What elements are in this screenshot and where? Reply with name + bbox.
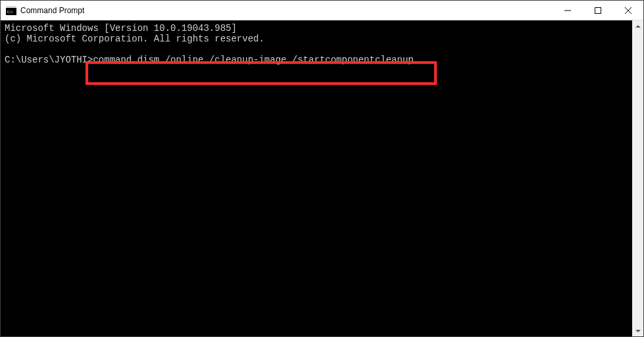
minimize-button[interactable] <box>553 1 583 20</box>
terminal-line-version: Microsoft Windows [Version 10.0.19043.98… <box>5 23 237 34</box>
terminal-line-copyright: (c) Microsoft Corporation. All rights re… <box>5 34 264 44</box>
window-titlebar[interactable]: C:\ Command Prompt <box>1 1 643 20</box>
vertical-scrollbar[interactable] <box>632 20 643 336</box>
terminal-output[interactable]: Microsoft Windows [Version 10.0.19043.98… <box>1 20 632 336</box>
svg-rect-4 <box>595 7 601 13</box>
svg-rect-1 <box>6 6 16 8</box>
terminal-command-input[interactable]: command dism /online /cleanup-image /sta… <box>93 55 413 65</box>
terminal-area: Microsoft Windows [Version 10.0.19043.98… <box>1 20 643 336</box>
scroll-down-arrow-icon[interactable] <box>632 325 643 336</box>
close-button[interactable] <box>613 1 643 20</box>
svg-marker-7 <box>635 25 641 28</box>
svg-text:C:\: C:\ <box>7 9 13 14</box>
terminal-prompt: C:\Users\JYOTHI> <box>5 55 93 65</box>
maximize-button[interactable] <box>583 1 613 20</box>
cmd-prompt-icon: C:\ <box>6 6 16 15</box>
scroll-up-arrow-icon[interactable] <box>632 20 643 32</box>
svg-marker-8 <box>635 330 641 332</box>
window-title: Command Prompt <box>20 6 553 15</box>
window-controls <box>553 1 643 20</box>
